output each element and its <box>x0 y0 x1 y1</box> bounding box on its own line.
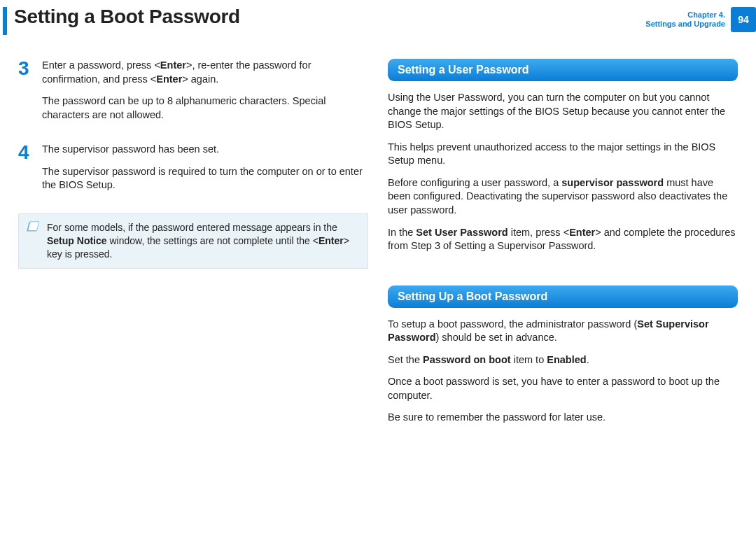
user-pw-para4: In the Set User Password item, press <En… <box>388 226 738 253</box>
page-title: Setting a Boot Password <box>14 6 240 28</box>
step-number: 4 <box>18 143 34 201</box>
user-pw-para1: Using the User Password, you can turn th… <box>388 91 738 132</box>
boot-pw-para2: Set the Password on boot item to Enabled… <box>388 353 738 367</box>
step-body: Enter a password, press <Enter>, re-ente… <box>42 59 368 130</box>
note-box: For some models, if the password entered… <box>18 213 368 269</box>
accent-bar <box>3 7 7 35</box>
step-4: 4 The supervisor password has been set. … <box>18 143 368 201</box>
step4-para1: The supervisor password has been set. <box>42 143 368 157</box>
boot-pw-para4: Be sure to remember the password for lat… <box>388 411 738 425</box>
note-text: For some models, if the password entered… <box>47 222 349 260</box>
page-number-badge: 94 <box>731 7 756 32</box>
section-heading-boot-password: Setting Up a Boot Password <box>388 285 738 308</box>
spacer <box>388 262 738 285</box>
step4-para2: The supervisor password is required to t… <box>42 165 368 192</box>
user-pw-para3: Before configuring a user password, a su… <box>388 176 738 218</box>
boot-pw-para1: To setup a boot password, the administra… <box>388 318 738 345</box>
chapter-label: Chapter 4. Settings and Upgrade <box>645 10 731 29</box>
left-column: 3 Enter a password, press <Enter>, re-en… <box>18 59 368 433</box>
section-heading-user-password: Setting a User Password <box>388 59 738 81</box>
chapter-block: Chapter 4. Settings and Upgrade 94 <box>645 7 756 32</box>
chapter-line2: Settings and Upgrade <box>645 20 725 29</box>
note-icon <box>26 221 40 232</box>
step3-para1: Enter a password, press <Enter>, re-ente… <box>42 59 368 86</box>
page-header: Setting a Boot Password Chapter 4. Setti… <box>0 0 756 39</box>
user-pw-para2: This helps prevent unauthorized access t… <box>388 141 738 168</box>
chapter-line1: Chapter 4. <box>645 10 725 20</box>
step-body: The supervisor password has been set. Th… <box>42 143 368 201</box>
boot-pw-para3: Once a boot password is set, you have to… <box>388 375 738 402</box>
content-columns: 3 Enter a password, press <Enter>, re-en… <box>0 39 756 433</box>
right-column: Setting a User Password Using the User P… <box>388 59 738 433</box>
step-3: 3 Enter a password, press <Enter>, re-en… <box>18 59 368 130</box>
step3-para2: The password can be up to 8 alphanumeric… <box>42 94 368 122</box>
step-number: 3 <box>18 59 34 130</box>
